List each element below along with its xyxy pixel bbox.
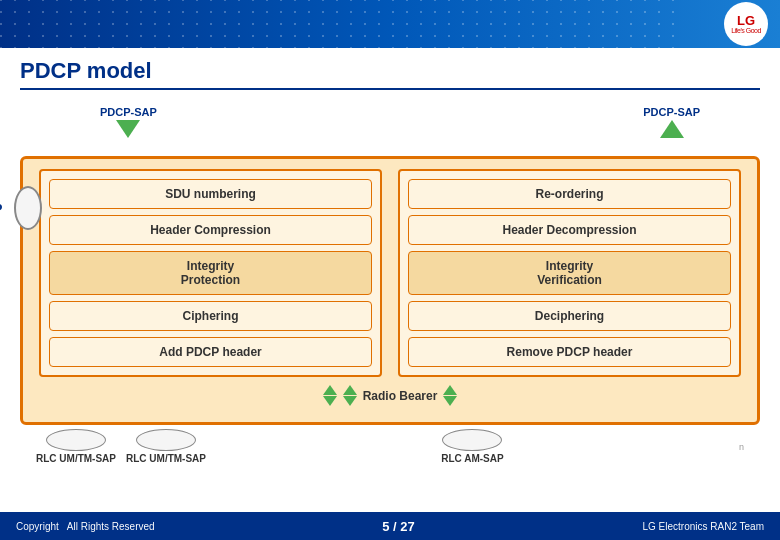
rlc-label-3: RLC AM-SAP (441, 453, 503, 464)
left-sap: PDCP-SAP (100, 106, 157, 138)
footer: Copyright All Rights Reserved 5 / 27 LG … (0, 512, 780, 540)
right-sap-label: PDCP-SAP (643, 106, 700, 118)
sdu-numbering-block: SDU numbering (49, 179, 372, 209)
rb-arrow-mid (343, 385, 357, 406)
left-panel: SDU numbering Header Compression Integri… (39, 169, 382, 377)
main-content: C-SAP PDCP-SAP PDCP-SAP SDU numbering He… (0, 96, 780, 468)
footer-company: LG Electronics RAN2 Team (642, 521, 764, 532)
rlc-um-tm-sap-1: RLC UM/TM-SAP (36, 429, 116, 464)
lg-logo: LG Life's Good (724, 2, 768, 46)
dot-pattern (0, 0, 680, 48)
title-area: PDCP model (0, 48, 780, 96)
rlc-label-2: RLC UM/TM-SAP (126, 453, 206, 464)
integrity-verification-block: IntegrityVerification (408, 251, 731, 295)
reordering-block: Re-ordering (408, 179, 731, 209)
rlc-row: RLC UM/TM-SAP RLC UM/TM-SAP RLC AM-SAP n (20, 425, 760, 464)
logo-text: LG (731, 14, 761, 27)
footer-page: 5 / 27 (382, 519, 415, 534)
rlc-label-1: RLC UM/TM-SAP (36, 453, 116, 464)
deciphering-block: Deciphering (408, 301, 731, 331)
ciphering-block: Ciphering (49, 301, 372, 331)
logo-sub: Life's Good (731, 27, 761, 34)
slide-number: n (739, 442, 744, 452)
top-bar: LG Life's Good (0, 0, 780, 48)
footer-all-rights: All Rights Reserved (67, 521, 155, 532)
rlc-left-group: RLC UM/TM-SAP RLC UM/TM-SAP (36, 429, 206, 464)
rb-arrow-right (443, 385, 457, 406)
right-panel: Re-ordering Header Decompression Integri… (398, 169, 741, 377)
left-sap-label: PDCP-SAP (100, 106, 157, 118)
header-decompression-block: Header Decompression (408, 215, 731, 245)
rlc-um-tm-sap-2: RLC UM/TM-SAP (126, 429, 206, 464)
rb-arrow-left (323, 385, 337, 406)
rlc-ellipse-1 (46, 429, 106, 451)
header-compression-block: Header Compression (49, 215, 372, 245)
add-pdcp-header-block: Add PDCP header (49, 337, 372, 367)
remove-pdcp-header-block: Remove PDCP header (408, 337, 731, 367)
integrity-protection-block: IntegrityProtection (49, 251, 372, 295)
title-underline (20, 88, 760, 90)
footer-copyright: Copyright (16, 521, 59, 532)
rlc-ellipse-2 (136, 429, 196, 451)
inner-row: SDU numbering Header Compression Integri… (39, 169, 741, 377)
outer-box: SDU numbering Header Compression Integri… (20, 156, 760, 425)
radio-bearer-label: Radio Bearer (363, 389, 438, 403)
rlc-am-sap: RLC AM-SAP (441, 429, 503, 464)
page-title: PDCP model (20, 58, 760, 84)
rlc-ellipse-3 (442, 429, 502, 451)
radio-bearer-row: Radio Bearer (39, 385, 741, 406)
csap-label: C-SAP (0, 201, 2, 216)
right-sap-arrow-up (660, 120, 684, 138)
right-sap: PDCP-SAP (643, 106, 700, 138)
csap-ellipse (14, 186, 42, 230)
left-sap-arrow-down (116, 120, 140, 138)
